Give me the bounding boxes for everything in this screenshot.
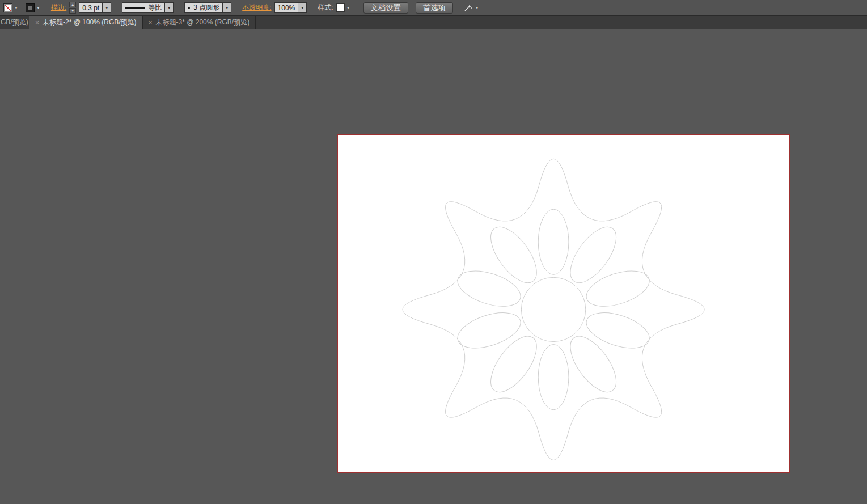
document-setup-button[interactable]: 文档设置 xyxy=(363,2,408,14)
close-tab-icon[interactable]: × xyxy=(35,19,39,26)
fill-dropdown-icon[interactable]: ▼ xyxy=(14,6,18,10)
stroke-label[interactable]: 描边: xyxy=(51,3,66,12)
brush-dropdown-icon[interactable]: ▼ xyxy=(223,2,231,13)
select-similar-dropdown-icon[interactable]: ▼ xyxy=(475,6,479,10)
flower-petal-shape[interactable] xyxy=(482,219,545,290)
stroke-width-increase-icon[interactable]: ▲ xyxy=(69,2,76,7)
width-profile-select[interactable]: 等比 xyxy=(122,2,165,13)
opacity-dropdown-icon[interactable]: ▼ xyxy=(298,2,307,13)
opacity-label[interactable]: 不透明度: xyxy=(242,3,271,12)
flower-petal-shape[interactable] xyxy=(482,329,545,400)
brush-definition-select[interactable]: 3 点圆形 xyxy=(184,2,223,13)
document-tab-3[interactable]: × 未标题-3* @ 200% (RGB/预览) xyxy=(143,16,256,29)
flower-petal-shape[interactable] xyxy=(582,264,653,314)
select-similar-control: ▼ xyxy=(464,4,479,12)
graphic-style-control: ▼ xyxy=(336,3,350,12)
width-profile-dropdown-icon[interactable]: ▼ xyxy=(165,2,174,13)
close-tab-icon[interactable]: × xyxy=(149,19,153,26)
stroke-width-decrease-icon[interactable]: ▼ xyxy=(69,8,76,14)
flower-petal-shape[interactable] xyxy=(538,345,569,410)
stroke-profile-preview xyxy=(125,7,145,9)
document-tab-2[interactable]: × 未标题-2* @ 100% (RGB/预览) xyxy=(29,16,143,29)
stroke-color-swatch[interactable] xyxy=(26,3,35,12)
document-tabbar: GB/预览) × 未标题-2* @ 100% (RGB/预览) × 未标题-3*… xyxy=(0,16,867,29)
stroke-width-dropdown-icon[interactable]: ▼ xyxy=(103,2,111,13)
flower-petal-shape[interactable] xyxy=(453,264,525,314)
flower-petal-shape[interactable] xyxy=(538,209,569,274)
opacity-input[interactable]: 100% xyxy=(274,2,299,13)
flower-center-circle[interactable] xyxy=(521,277,585,341)
flower-petal-shape[interactable] xyxy=(562,329,625,400)
brush-definition-label: 3 点圆形 xyxy=(193,3,219,12)
graphic-style-dropdown-icon[interactable]: ▼ xyxy=(346,6,350,10)
flower-drawing[interactable] xyxy=(338,135,789,472)
stroke-width-control: 0.3 pt ▼ xyxy=(79,2,111,13)
stroke-width-input[interactable]: 0.3 pt xyxy=(79,2,103,13)
style-label: 样式: xyxy=(318,3,333,12)
width-profile-control: 等比 ▼ xyxy=(122,2,174,13)
flower-petal-shape[interactable] xyxy=(582,306,653,355)
stroke-color-control: ▼ xyxy=(26,3,40,12)
flower-petal-shape[interactable] xyxy=(562,219,625,290)
stroke-width-stepper: ▲ ▼ xyxy=(69,2,76,14)
tab-label: 未标题-2* @ 100% (RGB/预览) xyxy=(43,18,137,27)
outer-star-shape[interactable] xyxy=(403,159,704,460)
fill-color-control: ▼ xyxy=(3,3,18,12)
control-bar: ▼ ▼ 描边: ▲ ▼ 0.3 pt ▼ 等比 ▼ 3 点圆形 ▼ 不透明度: … xyxy=(0,0,867,16)
preferences-button[interactable]: 首选项 xyxy=(416,2,453,14)
fill-color-swatch[interactable] xyxy=(3,3,12,12)
brush-definition-control: 3 点圆形 ▼ xyxy=(184,2,231,13)
flower-petal-shape[interactable] xyxy=(453,306,525,355)
brush-preview-dot-icon xyxy=(188,7,190,9)
tab-label: GB/预览) xyxy=(1,18,28,27)
opacity-control: 100% ▼ xyxy=(274,2,307,13)
document-tab-1[interactable]: GB/预览) xyxy=(0,16,29,29)
width-profile-label: 等比 xyxy=(148,3,162,12)
artboard[interactable] xyxy=(337,134,790,473)
stroke-dropdown-icon[interactable]: ▼ xyxy=(36,6,40,10)
canvas-area[interactable] xyxy=(0,29,867,504)
tab-label: 未标题-3* @ 200% (RGB/预览) xyxy=(156,18,250,27)
graphic-style-swatch[interactable] xyxy=(336,3,345,12)
select-similar-icon[interactable] xyxy=(464,4,473,12)
